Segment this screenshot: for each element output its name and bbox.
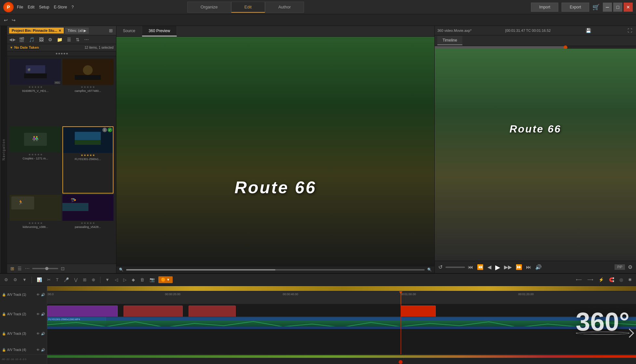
track-eye-3[interactable]: 👁 [36, 332, 40, 335]
titles-tab[interactable]: Titles: (all ▶ [65, 28, 89, 34]
forward-arrow[interactable]: ▶ [13, 37, 16, 42]
rewind-button[interactable]: ◀ [486, 263, 492, 271]
grid-view-button[interactable]: ⊞ [10, 265, 15, 272]
project-bin-tab[interactable]: Project Bin: Pinnacle Stu... ✕ [9, 28, 64, 33]
back-arrow[interactable]: ◀ [9, 37, 12, 42]
camera-btn[interactable]: 📷 [148, 276, 156, 283]
audio-button[interactable]: 🔊 [534, 263, 543, 271]
folder-icon-btn[interactable]: 📁 [56, 36, 64, 43]
timeline-right-3[interactable]: ⚡ [597, 276, 605, 283]
text-button[interactable]: T [54, 276, 60, 283]
timeline-scrubber[interactable] [435, 46, 636, 49]
track-audio-3[interactable]: 🔊 [41, 332, 45, 335]
mark-in-btn[interactable]: ◁ [113, 276, 120, 283]
video-icon-btn[interactable]: 🎬 [18, 36, 26, 43]
clip-1b[interactable] [124, 306, 182, 317]
volume-slider[interactable] [445, 267, 465, 268]
tab-360-preview[interactable]: 360 Preview [142, 26, 177, 36]
tab-edit[interactable]: Edit [231, 2, 265, 13]
track-content-1[interactable] [47, 304, 636, 317]
project-bin-close[interactable]: ✕ [59, 29, 61, 32]
cart-icon[interactable]: 🛒 [592, 4, 600, 11]
minimize-button[interactable]: ─ [603, 3, 612, 12]
track-eye-1[interactable]: 👁 [36, 293, 40, 296]
track-content-4[interactable] [47, 342, 636, 354]
play-button[interactable]: ▶ [494, 262, 501, 272]
menu-edit[interactable]: Edit [28, 5, 34, 9]
tab-organize[interactable]: Organize [187, 2, 231, 13]
export-button[interactable]: Export [562, 3, 589, 12]
list-view-button[interactable]: ☰ [17, 265, 22, 272]
more-icon-btn[interactable]: ⋯ [83, 36, 90, 43]
timeline-right-6[interactable]: ✱ [627, 276, 633, 283]
list-item[interactable]: ✓ i ★★★★★ FLY01301-2560x1... [62, 126, 114, 194]
import-button[interactable]: Import [531, 3, 558, 12]
track-audio-4[interactable]: 🔊 [41, 348, 45, 352]
clip-1e[interactable] [401, 306, 436, 317]
track-eye-4[interactable]: 👁 [36, 348, 40, 352]
audio-meter [47, 355, 636, 358]
mark-dropdown-btn[interactable]: 🟠 ▼ [158, 276, 173, 283]
split-button[interactable]: ⋁ [73, 276, 79, 283]
effects-icon-btn[interactable]: ⚙ [47, 36, 54, 43]
histogram-button[interactable]: 📊 [35, 276, 44, 283]
menu-estore[interactable]: E-Store [54, 5, 67, 9]
menu-file[interactable]: File [17, 5, 23, 9]
panel-grid-button[interactable]: ⊞ [108, 27, 114, 34]
close-button[interactable]: ✕ [624, 3, 633, 12]
clip-1a[interactable] [47, 306, 118, 317]
loop-button[interactable]: ↺ [437, 263, 444, 271]
grid-button[interactable]: ⊞ [81, 276, 88, 283]
color-button[interactable]: ⊕ [90, 276, 97, 283]
size-slider[interactable] [32, 268, 58, 269]
tab-author[interactable]: Author [265, 2, 304, 13]
list-item[interactable]: ★★★★★ campfire_v977480... [62, 59, 114, 125]
timeline-right-5[interactable]: ◎ [618, 276, 625, 283]
timeline-right-1[interactable]: ⟵ [574, 276, 584, 283]
timeline-dropdown-button[interactable]: ▼ [21, 276, 28, 283]
list-item[interactable]: 🎬 HD1 ★★★★★ 91608675_V_HD1... [10, 59, 61, 125]
more-view-button[interactable]: ⋯ [24, 265, 30, 272]
list-item[interactable]: 🪂 ★★★★★ parasailing_v5428... [62, 195, 114, 261]
list-item[interactable]: 👫 ★★★★★ Couples - 1271 m... [10, 126, 61, 194]
settings-button[interactable]: ⚙ [627, 263, 633, 271]
save-icon-button[interactable]: 💾 [584, 27, 592, 34]
list-item[interactable]: 🏃 ★★★★★ kidsrunning_v388... [10, 195, 61, 261]
clip-1c[interactable] [189, 306, 236, 317]
track-eye-2[interactable]: 👁 [36, 312, 40, 316]
sort-icon-btn[interactable]: ⇅ [74, 36, 81, 43]
delete-btn[interactable]: 🗑 [139, 276, 146, 283]
skip-end-button[interactable]: ⏭ [525, 263, 532, 271]
timeline-tab-button[interactable]: Timeline [437, 36, 462, 45]
timeline-snap-button[interactable]: ⚙ [12, 276, 19, 283]
redo-button[interactable]: ↪ [10, 17, 17, 23]
keyframe-btn[interactable]: ◆ [130, 276, 137, 283]
playhead-btn[interactable]: ▼ [104, 276, 111, 283]
record-button[interactable]: 🎤 [62, 276, 71, 283]
fullscreen-icon-button[interactable]: ⛶ [626, 27, 633, 34]
next-frame-button[interactable]: ⏩ [515, 263, 523, 271]
zoom-slider[interactable] [126, 269, 425, 270]
menu-help[interactable]: ? [72, 5, 74, 9]
trim-button[interactable]: ✂ [46, 276, 52, 283]
menu-setup[interactable]: Setup [39, 5, 49, 9]
undo-button[interactable]: ↩ [3, 17, 9, 23]
forward-button[interactable]: ▶▶ [503, 263, 513, 271]
track-audio-1[interactable]: 🔊 [41, 293, 45, 296]
expand-button[interactable]: ⊡ [60, 265, 65, 272]
prev-frame-button[interactable]: ⏪ [476, 263, 484, 271]
track-content-3[interactable] [47, 329, 636, 342]
timeline-right-4[interactable]: 🧲 [607, 276, 616, 283]
image-icon-btn[interactable]: 🖼 [38, 36, 45, 43]
audio-icon-btn[interactable]: 🎵 [28, 36, 36, 43]
maximize-button[interactable]: □ [613, 3, 622, 12]
skip-start-button[interactable]: ⏮ [467, 263, 474, 271]
timeline-right-2[interactable]: ⟶ [586, 276, 595, 283]
timeline-settings-button[interactable]: ⚙ [3, 276, 10, 283]
track-content-2[interactable]: FLY01301-2560x1280.MP4 [47, 317, 636, 329]
mark-out-btn[interactable]: ▷ [122, 276, 128, 283]
track-audio-2[interactable]: 🔊 [41, 312, 45, 316]
list-icon-btn[interactable]: ☰ [66, 36, 73, 43]
pip-button[interactable]: PiP [615, 264, 625, 270]
tab-source[interactable]: Source [116, 26, 142, 36]
